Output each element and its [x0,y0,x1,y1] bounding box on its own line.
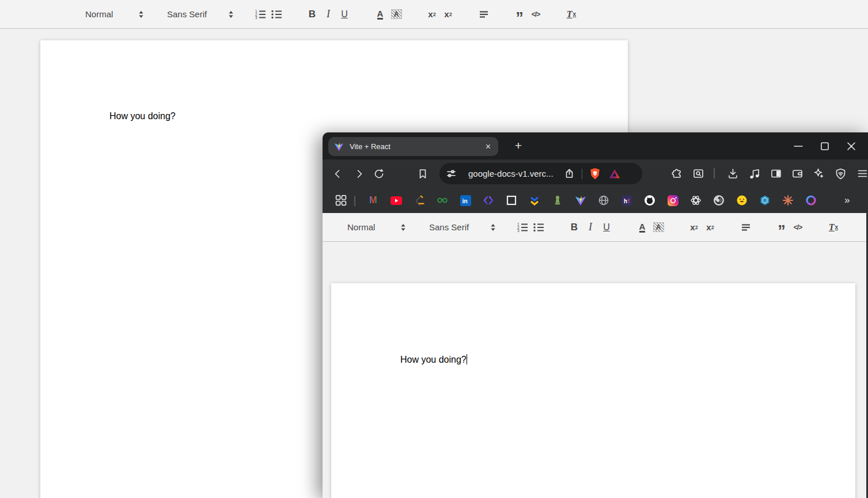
font-select[interactable]: Sans Serif [424,220,501,235]
paragraph-style-select[interactable]: Normal [81,7,149,22]
subscript-button[interactable]: x2 [686,220,702,235]
url-text[interactable]: google-docs-v1.verc... [468,169,554,178]
italic-button[interactable]: I [320,7,336,22]
bookmark-chess-icon[interactable] [552,195,563,206]
bold-button[interactable]: B [304,7,320,22]
minimize-button[interactable] [785,132,812,159]
extensions-button[interactable] [671,168,683,180]
bullet-list-button[interactable] [530,220,547,235]
bookmark-claude-icon[interactable] [782,195,794,206]
align-button[interactable] [476,7,492,22]
bold-button[interactable]: B [566,220,582,235]
bookmark-code-brackets-icon[interactable] [483,195,494,206]
reload-button[interactable] [373,168,385,180]
svg-text:in: in [462,197,467,204]
bookmark-button[interactable] [417,168,429,180]
superscript-button[interactable]: x2 [702,220,718,235]
bookmark-github-icon[interactable] [644,195,655,206]
bookmark-vite-icon[interactable] [575,195,586,206]
clear-formatting-button[interactable]: Tx [825,220,842,235]
italic-button[interactable]: I [582,220,598,235]
menu-button[interactable] [856,168,868,180]
browser-navbar: google-docs-v1.verc... [323,159,868,188]
downloads-button[interactable] [727,168,738,180]
forward-icon [354,169,365,179]
text-color-button[interactable]: A [372,7,388,22]
bookmark-geeksforgeeks-icon[interactable] [437,195,448,206]
bookmarks-bar: M in h! » [323,188,868,213]
browser-titlebar: Vite + React × + [323,132,868,159]
sidebar-button[interactable] [770,168,782,180]
bookmark-hexagon-icon[interactable] [759,195,771,206]
maximize-button[interactable] [812,132,838,159]
bookmark-gradient-ring-icon[interactable] [805,195,817,206]
browser-tab[interactable]: Vite + React × [328,137,498,156]
paragraph-style-select[interactable]: Normal [343,220,411,235]
paragraph-style-value: Normal [85,9,113,19]
bookmark-icon [418,169,428,179]
search-tabs-button[interactable] [692,168,704,180]
underline-button[interactable]: U [598,220,615,235]
highlight-color-button[interactable]: A [650,220,666,235]
underline-button[interactable]: U [336,7,352,22]
bookmark-huggingface-icon[interactable] [736,195,748,206]
clear-formatting-button[interactable]: Tx [563,7,579,22]
highlight-letter: A [653,222,664,232]
new-tab-button[interactable]: + [510,138,526,154]
document-page[interactable]: How you doing? [331,283,855,498]
bookmark-instagram-icon[interactable] [667,195,679,206]
bookmark-hashnode-icon[interactable]: h! [621,195,632,206]
align-button[interactable] [738,220,754,235]
svg-text:!: ! [628,197,630,204]
forward-button[interactable] [354,168,365,180]
bullet-list-icon [533,222,544,233]
editor-canvas: How you doing? [323,242,866,498]
tab-close-button[interactable]: × [484,142,492,151]
subscript-button[interactable]: x2 [424,7,440,22]
blockquote-button[interactable]: ” [511,7,528,22]
bookmark-linkedin-icon[interactable]: in [460,195,471,206]
bookmark-gmail-icon[interactable]: M [367,195,379,206]
bookmark-leetcode-icon[interactable] [414,195,425,206]
browser-viewport: Normal Sans Serif 123 B I [323,213,866,498]
text-color-button[interactable]: A [634,220,650,235]
ordered-list-button[interactable]: 123 [514,220,530,235]
bookmark-openai-icon[interactable] [690,195,702,206]
share-icon[interactable] [564,168,575,179]
text-caret [467,354,468,364]
window-close-button[interactable] [838,132,865,159]
svg-text:h: h [624,197,627,204]
superscript-button[interactable]: x2 [440,7,456,22]
bullet-list-button[interactable] [268,7,285,22]
media-control-button[interactable] [749,168,760,180]
ordered-list-button[interactable]: 123 [252,7,268,22]
window-controls [785,132,865,159]
sparkle-icon [813,168,824,179]
code-block-button[interactable]: </> [790,220,806,235]
brave-rewards-icon[interactable] [609,169,620,179]
bookmarks-overflow-button[interactable]: » [844,195,850,206]
bookmark-spiral-icon[interactable] [713,195,725,206]
apps-grid-icon[interactable] [335,195,347,206]
highlight-letter: A [391,9,402,19]
back-button[interactable] [332,168,343,180]
bookmark-square-icon[interactable] [506,195,517,206]
wallet-button[interactable] [791,168,803,180]
address-bar[interactable]: google-docs-v1.verc... [439,163,642,184]
leo-ai-button[interactable] [813,168,824,180]
bookmark-stacked-chevrons-icon[interactable] [529,195,540,206]
blockquote-button[interactable]: ” [774,220,790,235]
font-select[interactable]: Sans Serif [162,7,238,22]
ordered-list-icon: 123 [255,9,266,20]
bullet-list-icon [271,9,282,20]
bookmark-globe-icon[interactable] [598,195,609,206]
bookmark-youtube-icon[interactable] [391,195,402,206]
highlight-color-button[interactable]: A [388,7,404,22]
site-settings-icon[interactable] [446,169,456,178]
vpn-button[interactable] [835,168,846,180]
editor-toolbar: Normal Sans Serif 123 B I U A A x2 x2 [0,0,868,29]
document-text: How you doing? [109,111,176,121]
brave-shield-icon[interactable] [589,168,601,180]
divider [714,168,715,178]
code-block-button[interactable]: </> [528,7,544,22]
